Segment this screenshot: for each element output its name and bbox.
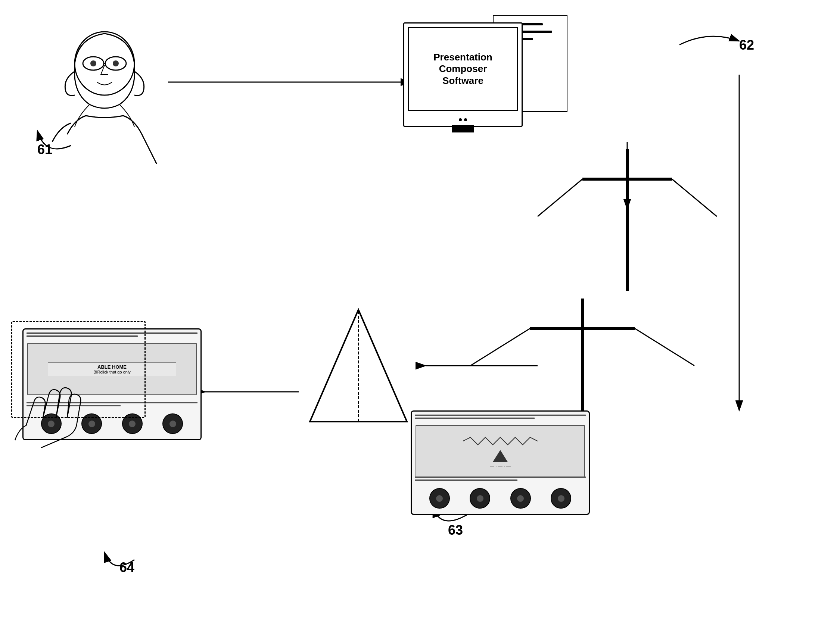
pyramid-shape	[306, 306, 411, 427]
device-63: — · — · —	[411, 411, 590, 515]
device-63-buttons	[419, 488, 581, 508]
ref-label-62: 62	[739, 37, 754, 53]
device-64-btn-4	[163, 414, 183, 434]
device-63-content: — · — · —	[416, 426, 584, 477]
device-63-triangle	[493, 450, 508, 462]
monitor-62: Presentation Composer Software	[403, 22, 523, 127]
svg-line-10	[471, 328, 530, 366]
device-63-btn-1	[429, 488, 450, 508]
diagram-container: 61 Presentation Composer Software	[0, 0, 840, 628]
top-line-2	[415, 417, 535, 419]
monitor-screen: Presentation Composer Software	[408, 27, 518, 111]
device-63-box: — · — · —	[411, 411, 590, 515]
device-63-bottom-lines	[415, 477, 586, 484]
computer-group-62: Presentation Composer Software	[403, 15, 612, 164]
monitor-text: Presentation Composer Software	[433, 52, 493, 87]
bot-line-2	[415, 480, 518, 481]
monitor-stand	[452, 125, 474, 132]
software-line-3: Software	[433, 75, 493, 87]
device-63-btn-4	[551, 488, 571, 508]
pyramid-svg	[306, 306, 411, 425]
software-line-1: Presentation	[433, 52, 493, 63]
device-63-btn-3	[510, 488, 531, 508]
device-63-btn-2	[470, 488, 490, 508]
svg-point-21	[90, 60, 96, 66]
person-figure-61	[45, 30, 164, 164]
svg-line-11	[635, 328, 695, 366]
ref-label-64: 64	[120, 560, 134, 575]
device-63-screen: — · — · —	[415, 425, 585, 477]
monitor-dots	[459, 118, 467, 121]
device-63-waveform	[428, 434, 573, 449]
device-63-label: — · — · —	[490, 463, 511, 469]
bot-line-1	[415, 477, 586, 478]
ref-label-61: 61	[37, 142, 52, 157]
monitor-dot-1	[459, 118, 462, 121]
device-63-top-lines	[415, 415, 586, 422]
monitor-dot-2	[464, 118, 467, 121]
software-line-2: Composer	[433, 63, 493, 75]
svg-point-22	[113, 60, 119, 66]
ref-label-63: 63	[448, 523, 463, 538]
top-line-1	[415, 415, 586, 416]
hand-illustration	[11, 373, 93, 448]
svg-line-7	[672, 179, 717, 216]
waveform-svg	[463, 434, 538, 449]
person-svg	[45, 30, 164, 164]
svg-line-6	[538, 179, 583, 216]
